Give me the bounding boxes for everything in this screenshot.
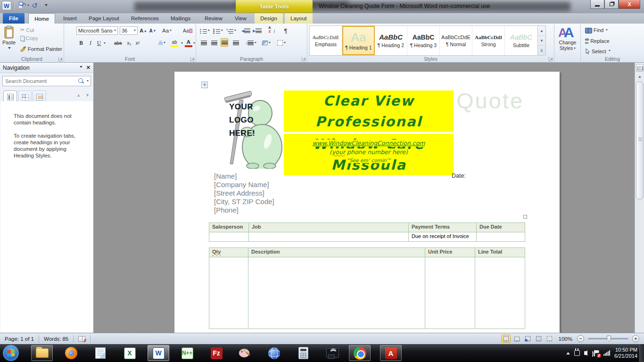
font-size-combo[interactable]: 36 <box>120 26 138 35</box>
header-payment-terms[interactable]: Payment Terms <box>409 223 477 232</box>
find-button[interactable]: Find <box>584 27 609 33</box>
table-resize-handle[interactable] <box>523 215 527 219</box>
superscript-button[interactable]: x² <box>134 39 141 47</box>
scroll-up-icon[interactable]: ▲ <box>636 73 644 80</box>
zoom-in-button[interactable]: + <box>632 335 639 342</box>
view-ruler-button[interactable] <box>636 64 644 72</box>
styles-dialog-launcher[interactable] <box>549 57 553 61</box>
taskbar-chrome-button[interactable] <box>349 345 371 361</box>
bullets-button[interactable] <box>200 26 210 35</box>
table-move-handle-icon[interactable]: ✛ <box>201 82 208 88</box>
cell-payment-terms[interactable]: Due on receipt of Invoice <box>409 232 477 242</box>
format-painter-button[interactable]: Format Painter <box>19 45 64 52</box>
style-strong[interactable]: AaBbCcDdI Strong <box>472 26 505 55</box>
cell-due-date[interactable] <box>477 232 525 242</box>
align-right-button[interactable] <box>221 38 228 47</box>
line-items-table[interactable]: Qty Description Unit Price Line Total <box>209 247 525 329</box>
styles-scroll-down-button[interactable]: ▼ <box>538 36 545 46</box>
zoom-slider-thumb[interactable] <box>607 336 611 342</box>
cell-unit-price[interactable] <box>425 257 475 329</box>
vertical-scrollbar[interactable]: ▲ <box>635 63 644 333</box>
taskbar-firefox-button[interactable] <box>60 345 82 361</box>
redo-button[interactable]: ↺ <box>32 2 38 9</box>
subscript-button[interactable]: x₂ <box>125 39 133 47</box>
header-unit-price[interactable]: Unit Price <box>425 248 475 257</box>
bullets-caret-icon[interactable] <box>208 30 210 32</box>
styles-more-button[interactable]: ⊻ <box>538 46 545 55</box>
change-case-button[interactable]: Aa <box>162 26 172 35</box>
highlight-caret-icon[interactable] <box>181 42 183 45</box>
header-due-date[interactable]: Due Date <box>477 223 525 232</box>
font-name-caret-icon[interactable] <box>114 30 116 32</box>
italic-button[interactable]: I <box>87 39 94 47</box>
tab-page-layout[interactable]: Page Layout <box>83 13 125 24</box>
tab-review[interactable]: Review <box>199 13 228 24</box>
paste-caret-icon[interactable] <box>8 47 11 50</box>
header-description[interactable]: Description <box>248 248 425 257</box>
select-caret-icon[interactable] <box>609 50 611 52</box>
decrease-indent-button[interactable]: ◀ <box>241 26 250 35</box>
borders-caret-icon[interactable] <box>284 42 286 44</box>
grow-font-button[interactable]: A▲ <box>140 26 147 35</box>
proofing-status-button[interactable] <box>74 333 90 344</box>
shrink-font-button[interactable]: A▼ <box>149 26 157 35</box>
taskbar-excel-button[interactable]: X <box>119 345 140 361</box>
font-size-caret-icon[interactable] <box>134 30 136 32</box>
cell-qty[interactable] <box>209 257 248 329</box>
zoom-slider[interactable] <box>588 338 628 339</box>
font-color-caret-icon[interactable] <box>193 42 195 45</box>
underline-button[interactable]: U <box>95 39 103 47</box>
show-hidden-icons-button[interactable] <box>566 350 570 354</box>
page-count[interactable]: Page: 1 of 1 <box>0 333 39 344</box>
tab-layout[interactable]: Layout <box>285 13 313 24</box>
action-center-flag-icon[interactable]: ✗ <box>594 350 599 356</box>
font-name-combo[interactable]: Microsoft Sans <box>76 26 118 35</box>
select-button[interactable]: Select <box>584 48 612 55</box>
restore-button[interactable] <box>604 0 619 9</box>
next-result-icon[interactable]: ▼ <box>85 93 90 98</box>
paragraph-dialog-launcher[interactable] <box>302 57 306 61</box>
show-hide-pilcrow-button[interactable]: ¶ <box>282 26 289 35</box>
multilevel-caret-icon[interactable] <box>234 30 236 32</box>
outline-view-button[interactable] <box>534 335 543 343</box>
text-effects-caret-icon[interactable] <box>164 42 165 44</box>
header-qty[interactable]: Qty <box>209 248 248 257</box>
style-emphasis[interactable]: AaBbCcDdE Emphasis <box>310 26 342 55</box>
bold-button[interactable]: B <box>77 39 85 47</box>
web-layout-button[interactable] <box>523 335 532 343</box>
clear-formatting-button[interactable]: Aa <box>183 26 192 35</box>
multilevel-list-button[interactable] <box>226 26 236 35</box>
copy-button[interactable]: Copy <box>19 35 40 41</box>
text-effects-button[interactable]: A <box>158 39 166 47</box>
style-normal[interactable]: AaBbCcDdE ¶ Normal <box>440 26 472 55</box>
taskbar-explorer-button[interactable] <box>31 345 53 361</box>
taskbar-notepad-button[interactable] <box>90 345 111 361</box>
change-styles-caret-icon[interactable] <box>574 48 576 50</box>
shading-caret-icon[interactable] <box>269 42 271 44</box>
quote-info-table[interactable]: Salesperson Job Payment Terms Due Date D… <box>209 222 525 242</box>
network-signal-icon[interactable] <box>603 350 610 356</box>
taskbar-calculator-button[interactable] <box>292 345 314 361</box>
minimize-button[interactable] <box>590 0 604 9</box>
start-button[interactable] <box>3 345 19 361</box>
navigation-options-caret-icon[interactable] <box>80 66 83 69</box>
shading-button[interactable] <box>262 39 271 47</box>
word-count[interactable]: Words: 85 <box>39 333 73 344</box>
style-heading-1[interactable]: Aa ¶ Heading 1 <box>342 26 375 55</box>
tab-references[interactable]: References <box>125 13 165 24</box>
align-left-button[interactable] <box>200 39 207 47</box>
tab-file[interactable]: File <box>3 13 25 24</box>
close-button[interactable]: X <box>619 0 640 9</box>
search-icon[interactable] <box>78 78 84 84</box>
increase-indent-button[interactable]: ▶ <box>253 26 262 35</box>
replace-button[interactable]: abac Replace <box>584 37 611 45</box>
find-caret-icon[interactable] <box>606 29 608 32</box>
font-dialog-launcher[interactable] <box>190 57 195 61</box>
header-salesperson[interactable]: Salesperson <box>209 223 249 232</box>
borders-button[interactable] <box>277 39 286 47</box>
line-spacing-caret-icon[interactable] <box>255 42 256 44</box>
tab-home[interactable]: Home <box>28 13 55 24</box>
taskbar-clock[interactable]: 10:50 PM 6/21/2014 <box>614 347 637 359</box>
style-heading-3[interactable]: AaBbC ¶ Heading 3 <box>407 26 440 55</box>
show-desktop-button[interactable] <box>639 344 644 362</box>
